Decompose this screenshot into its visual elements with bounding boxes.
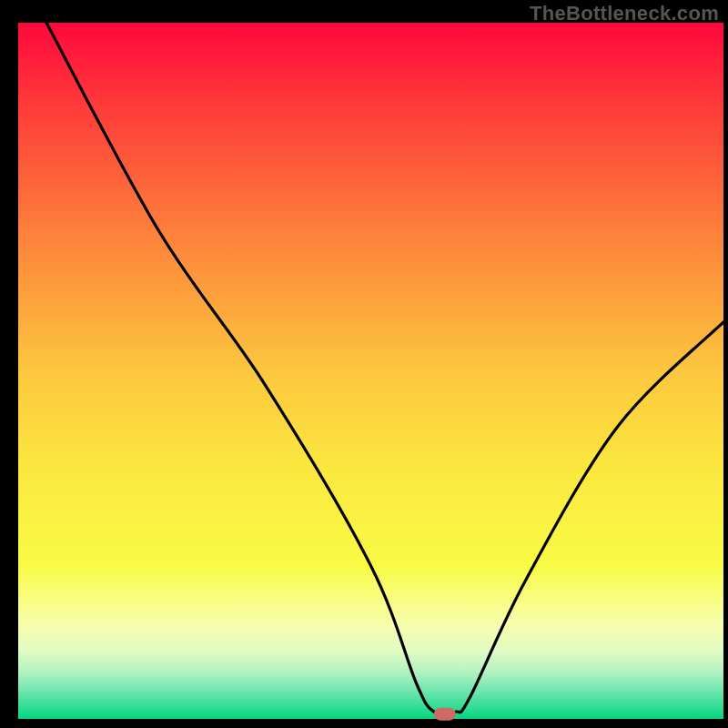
- bottleneck-chart: [0, 0, 728, 728]
- watermark-text: TheBottleneck.com: [530, 2, 719, 25]
- optimal-point-marker: [434, 708, 456, 721]
- chart-container: TheBottleneck.com: [0, 0, 728, 728]
- gradient-background: [18, 23, 723, 719]
